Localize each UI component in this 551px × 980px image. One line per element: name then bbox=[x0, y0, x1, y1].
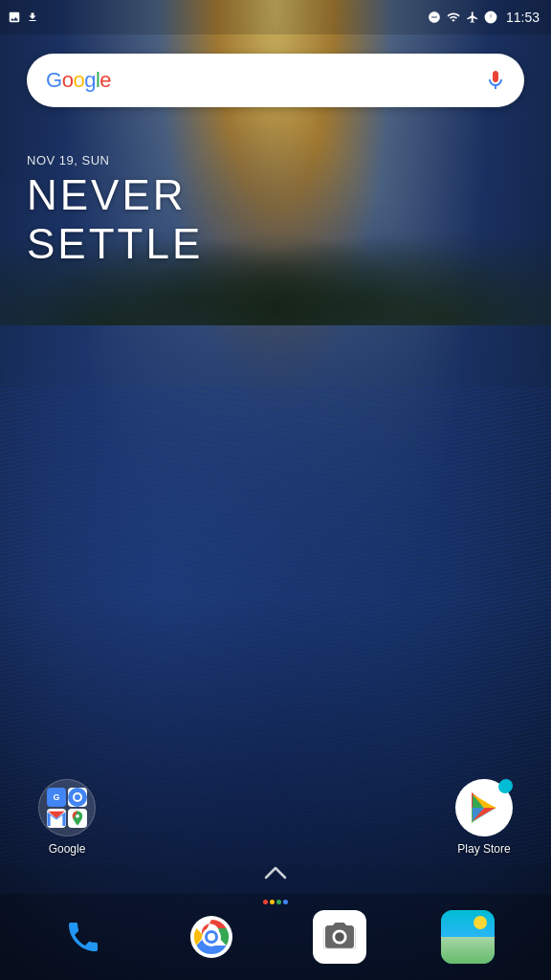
dot-blue bbox=[283, 900, 288, 904]
chrome-icon bbox=[190, 916, 232, 958]
google-search-bar[interactable]: Google bbox=[27, 54, 524, 107]
motto-line1: NEVER bbox=[27, 171, 203, 220]
date-motto-widget: NOV 19, SUN NEVER SETTLE bbox=[27, 153, 203, 268]
google-folder-icon: G bbox=[38, 779, 96, 836]
chrome-mini-icon bbox=[68, 788, 87, 807]
svg-point-8 bbox=[208, 933, 215, 941]
dock-weather[interactable] bbox=[441, 910, 495, 964]
image-status-icon bbox=[8, 11, 21, 24]
download-status-icon bbox=[27, 11, 38, 24]
logo-g: G bbox=[46, 68, 62, 93]
app-row-spacer bbox=[96, 779, 455, 856]
google-logo: Google bbox=[46, 68, 111, 93]
dock-phone[interactable] bbox=[56, 910, 110, 964]
play-store-label: Play Store bbox=[457, 842, 510, 856]
dock-bar bbox=[0, 894, 551, 980]
wifi-icon bbox=[446, 11, 461, 24]
camera-color-dots bbox=[263, 900, 288, 904]
status-time: 11:53 bbox=[506, 10, 540, 25]
folder-app-gmail bbox=[47, 809, 66, 828]
play-store-badge bbox=[498, 780, 512, 793]
folder-app-maps bbox=[68, 809, 87, 828]
airplane-icon bbox=[466, 11, 479, 24]
chevron-up-icon bbox=[264, 866, 287, 880]
weather-ground bbox=[441, 937, 495, 964]
logo-g2: g bbox=[84, 68, 96, 93]
play-store-app[interactable]: Play Store bbox=[455, 779, 513, 856]
folder-app-search: G bbox=[47, 788, 66, 807]
voice-search-button[interactable] bbox=[482, 67, 509, 94]
logo-e: e bbox=[99, 68, 111, 93]
home-app-row: G bbox=[0, 779, 551, 856]
dock-chrome[interactable] bbox=[185, 910, 238, 964]
google-folder-app[interactable]: G bbox=[38, 779, 96, 856]
status-bar: 11:53 bbox=[0, 0, 551, 34]
date-display: NOV 19, SUN bbox=[27, 153, 203, 167]
dnd-icon bbox=[428, 11, 441, 24]
logo-o1: o bbox=[62, 68, 74, 93]
camera-icon bbox=[322, 920, 357, 954]
status-left-icons bbox=[8, 11, 38, 24]
mic-icon bbox=[484, 69, 507, 92]
weather-sun bbox=[474, 916, 487, 929]
play-icon-svg bbox=[471, 792, 497, 823]
dot-red bbox=[263, 900, 268, 904]
google-folder-label: Google bbox=[49, 842, 86, 856]
maps-mini-icon bbox=[69, 810, 86, 827]
phone-icon bbox=[64, 918, 102, 956]
dot-yellow bbox=[270, 900, 275, 904]
play-store-icon bbox=[455, 779, 513, 836]
logo-o2: o bbox=[73, 68, 84, 93]
gmail-mini-icon bbox=[47, 811, 66, 826]
motto-line2: SETTLE bbox=[27, 220, 203, 269]
dock-camera[interactable] bbox=[313, 910, 366, 964]
dot-green bbox=[276, 900, 281, 904]
alarm-icon bbox=[484, 11, 497, 24]
app-drawer-handle[interactable] bbox=[264, 862, 287, 884]
svg-point-3 bbox=[75, 794, 80, 800]
folder-app-chrome bbox=[68, 788, 87, 807]
motto-display: NEVER SETTLE bbox=[27, 171, 203, 268]
status-right-icons: 11:53 bbox=[428, 10, 540, 25]
